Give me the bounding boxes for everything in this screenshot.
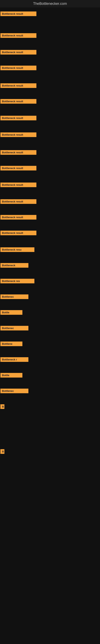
bottleneck-label[interactable]: Bottleneck result <box>0 215 36 220</box>
bottleneck-label[interactable]: Bottleneck result <box>0 66 36 70</box>
items-container: Bottleneck resultBottleneck resultBottle… <box>0 8 100 496</box>
list-item: Bottlenec <box>0 294 100 299</box>
bottleneck-label[interactable]: Bottleneck resu <box>0 247 34 252</box>
list-item: Bottleneck resu <box>0 247 100 252</box>
list-item: Bottleneck result <box>0 182 100 187</box>
list-item: Bottleneck result <box>0 166 100 170</box>
list-item: Bottleneck <box>0 263 100 268</box>
bottleneck-label[interactable]: Bottleneck <box>0 263 28 268</box>
list-item: Bottlene <box>0 342 100 346</box>
list-item: Bottleneck result <box>0 99 100 104</box>
list-item: Bottleneck result <box>0 83 100 88</box>
list-item: Bottleneck result <box>0 50 100 54</box>
list-item: Bottleneck result <box>0 12 100 16</box>
bottleneck-label[interactable]: Bottleneck result <box>0 182 36 187</box>
bottleneck-label[interactable]: Bottlene <box>0 342 22 346</box>
list-item: Bottleneck r <box>0 357 100 362</box>
bottleneck-label[interactable]: Bottlenec <box>0 388 28 393</box>
bottleneck-label[interactable]: Bottleneck result <box>0 99 36 104</box>
bottleneck-label[interactable]: B <box>0 404 4 409</box>
list-item: Bottlenec <box>0 388 100 393</box>
list-item: Bottleneck result <box>0 215 100 220</box>
bottleneck-label[interactable]: Bottleneck result <box>0 116 36 120</box>
list-item: B <box>0 404 100 409</box>
bottleneck-label[interactable]: Bottleneck result <box>0 50 36 54</box>
bottleneck-label[interactable]: B <box>0 449 4 454</box>
list-item: Bottleneck res <box>0 279 100 283</box>
bottleneck-label[interactable]: Bottleneck result <box>0 83 36 88</box>
list-item: Bottleneck result <box>0 33 100 38</box>
bottleneck-label[interactable]: Bottleneck result <box>0 150 36 155</box>
list-item: Bottleneck result <box>0 116 100 120</box>
bottleneck-label[interactable]: Bottlenec <box>0 326 28 330</box>
bottleneck-label[interactable]: Bottlenec <box>0 294 28 299</box>
bottleneck-label[interactable]: Bottleneck result <box>0 231 36 235</box>
list-item: Bottleneck result <box>0 199 100 204</box>
bottleneck-label[interactable]: Bottle <box>0 373 22 378</box>
bottleneck-label[interactable]: Bottleneck result <box>0 199 36 204</box>
bottleneck-label[interactable]: Bottle <box>0 310 22 315</box>
list-item: Bottleneck result <box>0 150 100 155</box>
list-item: Bottle <box>0 373 100 378</box>
site-title: TheBottlenecker.com <box>0 0 100 8</box>
list-item: Bottleneck result <box>0 132 100 137</box>
bottleneck-label[interactable]: Bottleneck r <box>0 357 28 362</box>
bottleneck-label[interactable]: Bottleneck result <box>0 33 36 38</box>
list-item: B <box>0 449 100 454</box>
site-header: TheBottlenecker.com <box>0 0 100 8</box>
bottleneck-label[interactable]: Bottleneck result <box>0 166 36 170</box>
list-item: Bottleneck result <box>0 66 100 70</box>
bottleneck-label[interactable]: Bottleneck res <box>0 279 34 283</box>
list-item: Bottlenec <box>0 326 100 330</box>
list-item: Bottle <box>0 310 100 315</box>
bottleneck-label[interactable]: Bottleneck result <box>0 12 36 16</box>
list-item: Bottleneck result <box>0 231 100 235</box>
bottleneck-label[interactable]: Bottleneck result <box>0 132 36 137</box>
